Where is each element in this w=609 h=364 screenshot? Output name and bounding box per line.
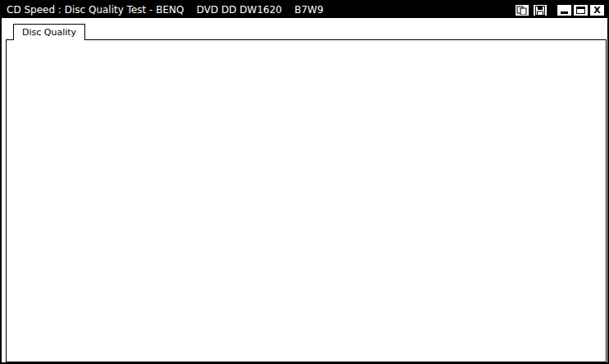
maximize-icon — [576, 7, 585, 14]
minimize-icon — [561, 11, 568, 14]
close-icon: X — [593, 5, 600, 16]
maximize-button[interactable] — [573, 4, 589, 16]
copy-results-button[interactable] — [515, 4, 529, 16]
save-icon — [535, 6, 545, 16]
copy-icon — [516, 6, 528, 15]
close-button[interactable]: X — [589, 4, 605, 16]
minimize-button[interactable] — [557, 4, 572, 16]
save-results-button[interactable] — [533, 4, 548, 16]
app-window: CD Speed : Disc Quality Test - BENQ DVD … — [0, 0, 609, 364]
tab-page — [6, 39, 607, 362]
title-bar: CD Speed : Disc Quality Test - BENQ DVD … — [2, 2, 607, 18]
window-title: CD Speed : Disc Quality Test - BENQ DVD … — [7, 2, 324, 18]
tab-disc-quality[interactable]: Disc Quality — [13, 24, 85, 40]
